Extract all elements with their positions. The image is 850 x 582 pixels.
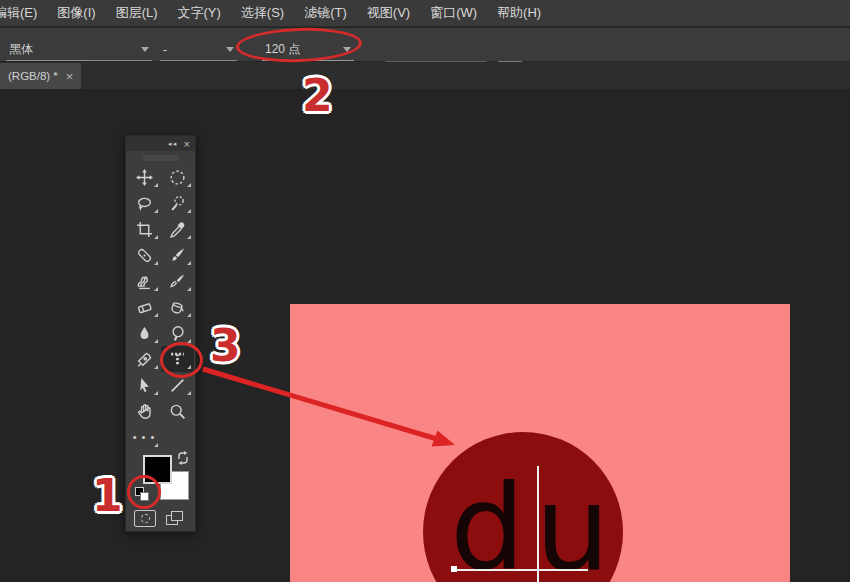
zoom-tool[interactable]	[161, 398, 194, 424]
default-background-icon	[140, 492, 149, 501]
horizontal-type-mask-tool[interactable]	[161, 346, 194, 372]
font-size-select[interactable]: 120 点	[262, 39, 354, 61]
healing-brush-icon	[136, 247, 153, 264]
path-selection-tool[interactable]	[128, 372, 161, 398]
close-tab-icon[interactable]: ×	[66, 69, 74, 84]
eraser-icon	[136, 299, 153, 316]
color-control	[126, 451, 197, 509]
spot-healing-brush-tool[interactable]	[128, 242, 161, 268]
quick-selection-tool[interactable]	[161, 190, 194, 216]
empty-cell	[161, 424, 194, 450]
type-options-bar: 黑体 - ↕T 120 点 aa 锐利	[0, 28, 850, 62]
elliptical-marquee-icon	[169, 169, 186, 186]
text-origin-handle[interactable]	[451, 566, 457, 572]
dodge-icon	[169, 325, 186, 342]
font-family-select[interactable]: 黑体	[6, 39, 152, 61]
edit-toolbar-button[interactable]: • • •	[128, 424, 161, 450]
chevron-down-icon	[141, 47, 149, 52]
hand-icon	[136, 403, 153, 420]
history-brush-icon	[169, 273, 186, 290]
screen-mode-button[interactable]	[166, 511, 184, 526]
menu-window[interactable]: 窗口(W)	[420, 4, 487, 22]
menu-edit[interactable]: 编辑(E)	[0, 4, 47, 22]
font-style-value: -	[160, 43, 226, 57]
document-tab-strip: (RGB/8) * ×	[0, 62, 850, 89]
swap-colors-button[interactable]	[176, 451, 190, 469]
zoom-icon	[169, 403, 186, 420]
lasso-tool[interactable]	[128, 190, 161, 216]
paint-bucket-tool[interactable]	[161, 294, 194, 320]
history-brush-tool[interactable]	[161, 268, 194, 294]
elliptical-marquee-tool[interactable]	[161, 164, 194, 190]
document-canvas[interactable]: d u	[290, 304, 790, 582]
selection-arrow-icon	[136, 377, 153, 394]
default-colors-button[interactable]	[135, 487, 149, 501]
menu-filter[interactable]: 滤镜(T)	[294, 4, 357, 22]
menu-bar: 编辑(E) 图像(I) 图层(L) 文字(Y) 选择(S) 滤镜(T) 视图(V…	[0, 0, 850, 27]
brush-icon	[169, 247, 186, 264]
pen-tool[interactable]	[128, 346, 161, 372]
menu-image[interactable]: 图像(I)	[47, 4, 105, 22]
hand-tool[interactable]	[128, 398, 161, 424]
line-tool[interactable]	[161, 372, 194, 398]
paint-bucket-icon	[169, 299, 186, 316]
crop-tool[interactable]	[128, 216, 161, 242]
panel-drag-grip[interactable]	[126, 151, 195, 164]
foreground-color-swatch[interactable]	[143, 455, 172, 484]
ellipsis-icon: • • •	[133, 431, 156, 443]
document-tab-title: (RGB/8) *	[8, 70, 58, 82]
document-tab[interactable]: (RGB/8) * ×	[0, 63, 81, 89]
blur-icon	[136, 325, 153, 342]
tools-panel-header[interactable]: ◄◄ ×	[126, 136, 195, 151]
crop-icon	[136, 221, 153, 238]
tool-grid: • • •	[126, 164, 195, 450]
move-icon	[136, 169, 153, 186]
clone-stamp-tool[interactable]	[128, 268, 161, 294]
dodge-tool[interactable]	[161, 320, 194, 346]
menu-layer[interactable]: 图层(L)	[106, 4, 168, 22]
move-tool[interactable]	[128, 164, 161, 190]
quick-mask-icon	[141, 514, 150, 523]
chevron-down-icon	[343, 47, 351, 52]
close-panel-icon[interactable]: ×	[184, 139, 190, 149]
menu-help[interactable]: 帮助(H)	[487, 4, 551, 22]
text-cursor	[537, 466, 539, 582]
font-style-select[interactable]: -	[160, 39, 237, 61]
font-size-value: 120 点	[262, 41, 343, 58]
brush-tool[interactable]	[161, 242, 194, 268]
quick-selection-icon	[169, 195, 186, 212]
lasso-icon	[136, 195, 153, 212]
eyedropper-tool[interactable]	[161, 216, 194, 242]
tools-panel: ◄◄ ×	[125, 135, 196, 532]
line-icon	[169, 377, 186, 394]
eyedropper-icon	[169, 221, 186, 238]
menu-select[interactable]: 选择(S)	[231, 4, 294, 22]
font-family-value: 黑体	[6, 41, 141, 58]
collapse-panel-icon[interactable]: ◄◄	[167, 141, 177, 147]
quick-mask-button[interactable]	[134, 510, 156, 527]
menu-type[interactable]: 文字(Y)	[168, 4, 231, 22]
pen-icon	[136, 351, 153, 368]
eraser-tool[interactable]	[128, 294, 161, 320]
clone-stamp-icon	[136, 273, 153, 290]
canvas-text: d u	[450, 469, 610, 582]
swap-colors-icon	[176, 451, 190, 465]
menu-view[interactable]: 视图(V)	[357, 4, 420, 22]
canvas-letter-d: d	[450, 469, 525, 582]
panel-bottom-buttons	[126, 508, 197, 532]
chevron-down-icon	[226, 47, 234, 52]
canvas-letter-u: u	[535, 469, 610, 582]
type-mask-icon	[169, 351, 186, 368]
blur-tool[interactable]	[128, 320, 161, 346]
text-baseline-guide	[454, 569, 588, 571]
